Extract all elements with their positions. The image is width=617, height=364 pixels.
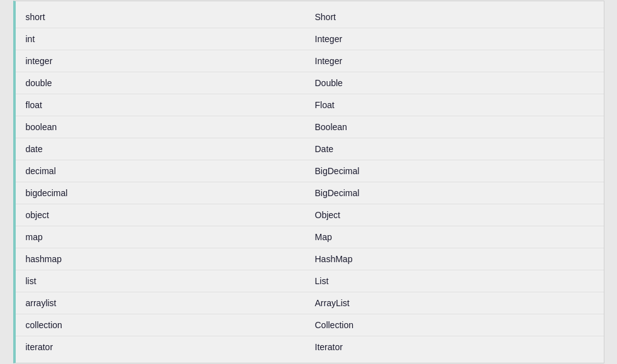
key-cell: list xyxy=(16,270,305,292)
key-cell: date xyxy=(16,138,305,160)
key-cell: iterator xyxy=(16,336,305,358)
value-cell: Iterator xyxy=(305,336,604,358)
table-row: listList xyxy=(16,270,604,292)
key-cell: integer xyxy=(16,50,305,72)
table-row: integerInteger xyxy=(16,50,604,72)
table-row: hashmapHashMap xyxy=(16,248,604,270)
value-cell: Double xyxy=(305,72,604,94)
value-cell: List xyxy=(305,270,604,292)
value-cell: ArrayList xyxy=(305,292,604,314)
key-cell: arraylist xyxy=(16,292,305,314)
table-row: doubleDouble xyxy=(16,72,604,94)
table-row: booleanBoolean xyxy=(16,116,604,138)
table-row: intInteger xyxy=(16,28,604,50)
table-row: dateDate xyxy=(16,138,604,160)
key-cell: int xyxy=(16,28,305,50)
table-row: collectionCollection xyxy=(16,314,604,336)
key-cell: hashmap xyxy=(16,248,305,270)
value-cell: Integer xyxy=(305,28,604,50)
value-cell: Short xyxy=(305,6,604,28)
value-cell: BigDecimal xyxy=(305,160,604,182)
table-row: objectObject xyxy=(16,204,604,226)
value-cell: Boolean xyxy=(305,116,604,138)
key-cell: object xyxy=(16,204,305,226)
value-cell: Integer xyxy=(305,50,604,72)
key-cell: float xyxy=(16,94,305,116)
value-cell: Float xyxy=(305,94,604,116)
table-row: shortShort xyxy=(16,6,604,28)
key-cell: boolean xyxy=(16,116,305,138)
key-cell: double xyxy=(16,72,305,94)
value-cell: BigDecimal xyxy=(305,182,604,204)
type-mapping-container: shortShortintIntegerintegerIntegerdouble… xyxy=(13,1,604,363)
value-cell: HashMap xyxy=(305,248,604,270)
value-cell: Object xyxy=(305,204,604,226)
table-row: bigdecimalBigDecimal xyxy=(16,182,604,204)
key-cell: decimal xyxy=(16,160,305,182)
key-cell: collection xyxy=(16,314,305,336)
table-row: arraylistArrayList xyxy=(16,292,604,314)
table-row: iteratorIterator xyxy=(16,336,604,358)
value-cell: Collection xyxy=(305,314,604,336)
table-row: decimalBigDecimal xyxy=(16,160,604,182)
table-row: floatFloat xyxy=(16,94,604,116)
key-cell: map xyxy=(16,226,305,248)
key-cell: bigdecimal xyxy=(16,182,305,204)
value-cell: Map xyxy=(305,226,604,248)
table-row: mapMap xyxy=(16,226,604,248)
key-cell: short xyxy=(16,6,305,28)
type-mapping-table: shortShortintIntegerintegerIntegerdouble… xyxy=(16,6,604,358)
value-cell: Date xyxy=(305,138,604,160)
